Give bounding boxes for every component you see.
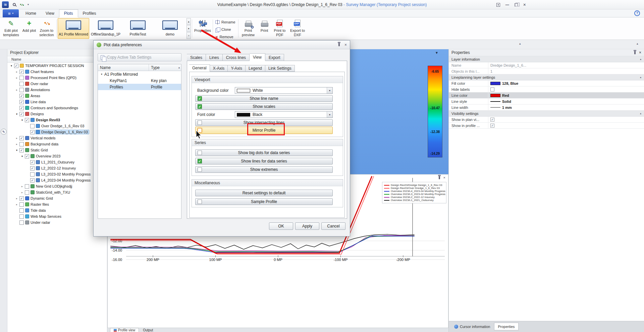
property-row[interactable]: Show in profile ... — [449, 123, 644, 129]
copy-active-tab-settings-button[interactable]: Copy Active Tab Settings — [98, 53, 181, 61]
tree-item-checkbox[interactable] — [19, 76, 24, 80]
tree-item-checkbox[interactable] — [30, 160, 35, 164]
property-checkbox[interactable] — [490, 118, 494, 122]
property-row[interactable]: Line width 1 mm — [449, 105, 644, 111]
expander-closed-icon[interactable]: ▸ — [16, 197, 17, 200]
expander-closed-icon[interactable]: ▸ — [16, 137, 17, 140]
dialog-tab[interactable]: View — [250, 53, 265, 61]
font-color-select[interactable]: Black ▼ — [235, 111, 333, 118]
show-intersecting-lines-checkbox[interactable] — [198, 121, 202, 125]
tree-item[interactable]: ▸ Processed Point files (QPD) — [7, 75, 107, 81]
restore-icon[interactable] — [515, 3, 518, 6]
expander-open-icon[interactable]: ▾ — [21, 155, 23, 158]
property-row[interactable]: Objects in this l... 1 — [449, 68, 644, 74]
property-row[interactable]: Line style Solid — [449, 98, 644, 105]
collapse-ribbon-icon[interactable]: ▴ — [637, 42, 638, 45]
expander-closed-icon[interactable]: ▸ — [21, 191, 23, 194]
property-row[interactable]: Layer information ▴ — [449, 56, 644, 62]
tree-item[interactable]: ▾ Static Grid — [7, 147, 107, 153]
tree-item[interactable]: Over Dredge_1_6_Rev 03 — [7, 123, 107, 129]
tree-item[interactable]: Over radar — [7, 81, 107, 87]
tree-item[interactable]: ▾ TEMPORARY PROJECT SESSION — [7, 63, 107, 69]
help-icon[interactable]: ? — [634, 10, 640, 16]
tree-item-checkbox[interactable] — [25, 184, 29, 189]
tree-item[interactable]: ▸ Chart features — [7, 69, 107, 75]
tree-item-checkbox[interactable] — [30, 172, 35, 177]
pin-icon[interactable] — [338, 43, 340, 46]
show-extremes-checkbox[interactable] — [198, 168, 202, 172]
property-row[interactable]: Fill color 128, Blue — [449, 80, 644, 86]
expander-closed-icon[interactable]: ▸ — [16, 76, 17, 79]
section-collapse-icon[interactable]: ▴ — [640, 76, 641, 79]
tree-item-checkbox[interactable] — [25, 190, 29, 195]
dialog-tab[interactable]: Export — [265, 54, 284, 61]
reset-settings-button[interactable]: Reset settings to default — [195, 190, 333, 196]
gallery-scroll-up-icon[interactable]: ▲ — [186, 18, 191, 25]
screen-capture-icon[interactable] — [496, 3, 500, 7]
tree-item-checkbox[interactable] — [25, 154, 29, 158]
column-header-type[interactable]: Type▴ — [149, 64, 181, 71]
show-scales-button[interactable]: Show scales — [195, 103, 333, 110]
tree-item[interactable]: ▸ StaticGrid_with_TXU — [7, 189, 107, 195]
list-row[interactable]: Profiles Profile — [98, 84, 181, 90]
tree-item[interactable]: Contours and Spotsoundings — [7, 105, 107, 111]
zoom-tool-icon[interactable] — [13, 3, 16, 6]
tree-item[interactable]: Web Map Services — [7, 213, 107, 219]
print-to-pdf-button[interactable]: PDF Print to PDF — [272, 18, 288, 39]
tree-item[interactable]: ▾ Design Rev03 — [7, 117, 107, 123]
tree-item[interactable]: ▸ Background data — [7, 141, 107, 147]
column-header-name[interactable]: Name — [7, 56, 107, 63]
tree-item-checkbox[interactable] — [19, 70, 24, 74]
tree-item[interactable]: Line data — [7, 99, 107, 105]
expander-open-icon[interactable]: ▾ — [16, 113, 17, 116]
tree-item-checkbox[interactable] — [19, 142, 24, 146]
tree-item[interactable]: L2_2022-12 Insurvey — [7, 165, 107, 171]
view-tab[interactable]: Profile view — [110, 328, 139, 332]
expand-arrows-icon[interactable]: ↖↘ — [20, 3, 23, 6]
gallery-scroll-down-icon[interactable]: ▼ — [186, 25, 191, 32]
pin-icon[interactable] — [439, 176, 440, 179]
tree-item-checkbox[interactable] — [19, 82, 24, 86]
tree-item-checkbox[interactable] — [19, 88, 24, 92]
minimize-icon[interactable]: — — [505, 3, 509, 7]
zoom-to-selection-button[interactable]: ↖↘ Zoom to selection — [38, 18, 56, 39]
gallery-expand-icon[interactable]: ≡ — [186, 32, 191, 39]
tree-item-checkbox[interactable] — [19, 112, 24, 116]
expander-open-icon[interactable]: ▾ — [21, 119, 23, 122]
ribbon-tab[interactable]: Home — [21, 9, 41, 17]
tree-item[interactable]: L1_2021_Outsurvey — [7, 159, 107, 165]
section-collapse-icon[interactable]: ▴ — [640, 58, 641, 61]
ok-button[interactable]: OK — [269, 222, 293, 230]
quick-access-customize-icon[interactable]: ▾ — [28, 3, 29, 6]
tree-item[interactable]: Under radar — [7, 219, 107, 225]
plot-gallery-item[interactable]: demo — [154, 18, 186, 39]
tree-item-checkbox[interactable] — [30, 124, 35, 128]
tree-item-checkbox[interactable] — [19, 100, 24, 104]
ribbon-tab[interactable]: Profiles — [78, 9, 101, 17]
sample-profile-button[interactable]: Sample Profile — [195, 198, 333, 205]
list-row[interactable]: ▾ A1 Profile Mirrored — [98, 71, 181, 77]
map-dropdown-icon[interactable]: ▼ — [435, 51, 438, 55]
expander-open-icon[interactable]: ▾ — [101, 73, 102, 76]
tree-item-checkbox[interactable] — [14, 64, 18, 68]
plot-gallery-item[interactable]: A1 Profile Mirrored — [58, 18, 89, 39]
property-row[interactable]: Name Dredge Design_1_6... — [449, 62, 644, 68]
clone-button[interactable]: Clone — [215, 26, 237, 33]
panel-tab[interactable]: Cursor information — [451, 323, 493, 330]
tree-item-checkbox[interactable] — [25, 118, 29, 122]
mirror-profile-button[interactable]: Mirror Profile — [195, 127, 333, 134]
sample-profile-checkbox[interactable] — [198, 200, 202, 204]
tree-item[interactable]: Areas — [7, 93, 107, 99]
show-big-dots-button[interactable]: Show big dots for data series — [195, 149, 333, 156]
tree-item-checkbox[interactable] — [30, 166, 35, 171]
expander-closed-icon[interactable]: ▸ — [16, 203, 17, 206]
tree-item[interactable]: Tide data — [7, 207, 107, 213]
show-line-name-checkbox[interactable] — [198, 96, 202, 101]
property-row[interactable]: Line color Red — [449, 92, 644, 98]
property-checkbox[interactable] — [490, 124, 494, 128]
remove-button[interactable]: ×Remove — [215, 34, 237, 40]
tree-item-checkbox[interactable] — [19, 208, 24, 213]
print-button[interactable]: Print — [258, 18, 271, 39]
section-collapse-icon[interactable]: ▴ — [640, 112, 641, 115]
print-preview-button[interactable]: Print preview — [239, 18, 257, 39]
